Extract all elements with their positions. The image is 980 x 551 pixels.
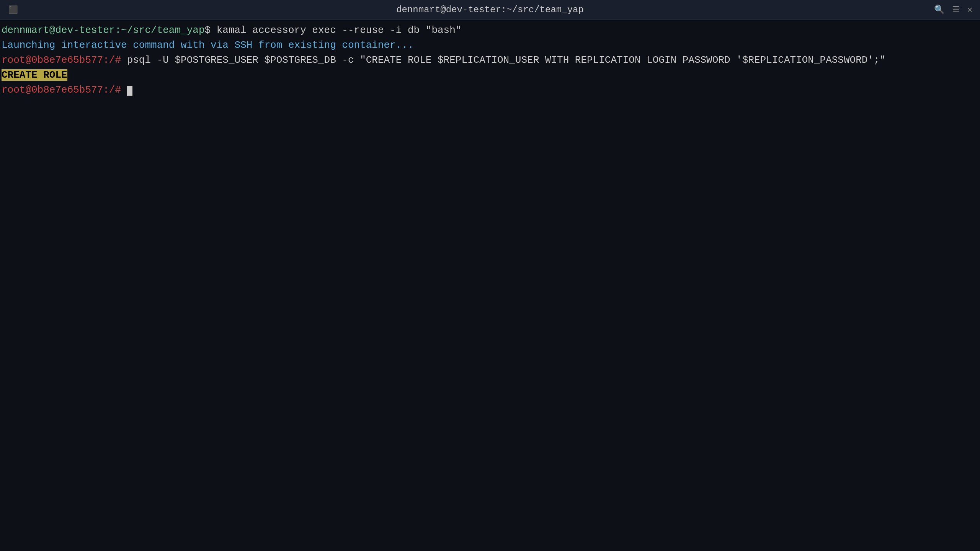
command-line-1: dennmart@dev-tester:~/src/team_yap$ kama… — [2, 23, 978, 38]
title-bar: ⬛ dennmart@dev-tester:~/src/team_yap 🔍 ☰… — [0, 0, 980, 20]
command-line-3: root@0b8e7e65b577:/# psql -U $POSTGRES_U… — [2, 53, 978, 68]
output-line: CREATE ROLE — [2, 68, 978, 83]
terminal-window: ⬛ dennmart@dev-tester:~/src/team_yap 🔍 ☰… — [0, 0, 980, 551]
info-line: Launching interactive command with via S… — [2, 38, 978, 53]
search-icon[interactable]: 🔍 — [934, 5, 944, 15]
prompt-dollar: $ — [205, 24, 217, 36]
title-bar-left: ⬛ — [8, 5, 18, 15]
terminal-icon: ⬛ — [8, 5, 18, 15]
create-role-output: CREATE ROLE — [2, 69, 67, 81]
menu-icon[interactable]: ☰ — [952, 5, 960, 15]
window-title: dennmart@dev-tester:~/src/team_yap — [396, 5, 584, 15]
command-line-5: root@0b8e7e65b577:/# — [2, 83, 978, 98]
title-bar-controls: 🔍 ☰ ✕ — [934, 5, 972, 15]
terminal-content[interactable]: dennmart@dev-tester:~/src/team_yap$ kama… — [0, 20, 980, 551]
root-prompt-2: root@0b8e7e65b577:/# — [2, 84, 127, 96]
command-text-1: kamal accessory exec --reuse -i db "bash… — [217, 24, 462, 36]
close-icon[interactable]: ✕ — [967, 5, 972, 15]
root-prompt-1: root@0b8e7e65b577:/# — [2, 54, 127, 66]
psql-command: psql -U $POSTGRES_USER $POSTGRES_DB -c "… — [127, 54, 886, 66]
terminal-cursor — [127, 86, 132, 96]
prompt-user: dennmart@dev-tester:~/src/team_yap — [2, 24, 205, 36]
info-text: Launching interactive command with via S… — [2, 39, 414, 51]
